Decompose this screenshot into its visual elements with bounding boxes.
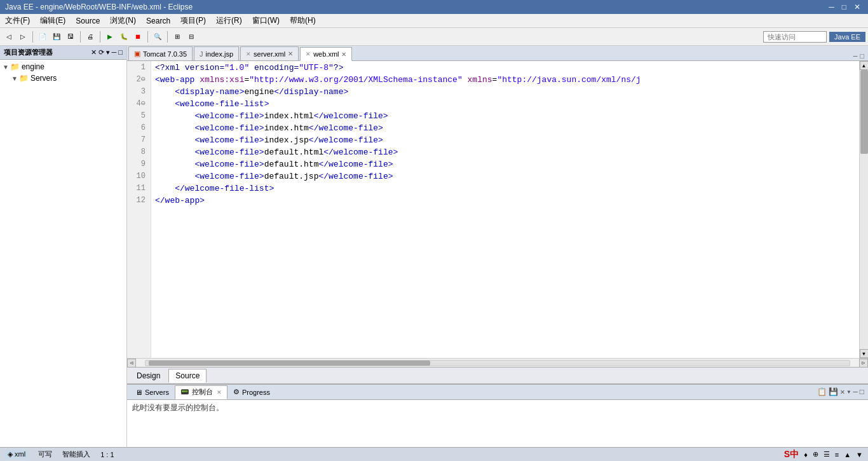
code-content[interactable]: <?xml version="1.0" encoding="UTF-8"?> <… xyxy=(151,61,859,358)
tree-item-engine[interactable]: ▼ 📁 engine xyxy=(0,61,126,72)
console-tab-servers[interactable]: 🖥 Servers xyxy=(130,385,175,399)
close-button[interactable]: ✕ xyxy=(851,3,863,11)
toolbar-search[interactable]: 🔍 xyxy=(151,31,164,43)
tab-index-jsp[interactable]: J index.jsp xyxy=(194,46,239,60)
line-num-4: 4⊖ xyxy=(130,98,146,110)
file-type-icon: ◈ xyxy=(8,450,13,458)
status-icon-2[interactable]: ⊕ xyxy=(813,450,818,458)
line-num-12: 12 xyxy=(130,195,146,207)
tab-web-xml[interactable]: ✕ web.xml ✕ xyxy=(300,47,352,61)
tree-item-servers[interactable]: ▼ 📁 Servers xyxy=(0,72,126,84)
console-copy-icon[interactable]: 📋 xyxy=(817,387,827,397)
tab-server-xml-close[interactable]: ✕ xyxy=(288,50,293,57)
toolbar-stop[interactable]: ⏹ xyxy=(132,31,144,43)
status-icon-5[interactable]: ▲ xyxy=(844,451,851,458)
scroll-right-button[interactable]: ▷ xyxy=(859,359,868,368)
line-num-11: 11 xyxy=(130,182,146,195)
scroll-thumb[interactable] xyxy=(860,70,868,154)
title-bar: Java EE - engine/WebRoot/WEB-INF/web.xml… xyxy=(0,0,868,14)
tab-server-xml-label: server.xml xyxy=(254,50,285,58)
menu-item-window[interactable]: 窗口(W) xyxy=(250,15,282,27)
code-line-6: <welcome-file>index.htm</welcome-file> xyxy=(155,122,859,134)
console-maximize-icon[interactable]: □ xyxy=(860,388,864,397)
editor-minimize-icon[interactable]: ─ xyxy=(853,53,858,60)
menu-item-help[interactable]: 帮助(H) xyxy=(287,15,318,27)
toolbar-forward[interactable]: ▷ xyxy=(17,31,29,43)
code-line-3: <display-name>engine</display-name> xyxy=(155,86,859,98)
maximize-button[interactable]: □ xyxy=(839,3,849,11)
scroll-track[interactable] xyxy=(860,70,869,349)
console-tab-console-label: 控制台 xyxy=(192,387,213,397)
menu-item-navigate[interactable]: 浏览(N) xyxy=(107,15,139,27)
menu-item-edit[interactable]: 编辑(E) xyxy=(37,15,68,27)
toolbar-print[interactable]: 🖨 xyxy=(84,31,97,43)
tab-tomcat[interactable]: ▣ Tomcat 7.0.35 xyxy=(128,46,193,60)
console-clear-icon[interactable]: ✕ xyxy=(840,387,844,397)
code-line-8: <welcome-file>default.html</welcome-file… xyxy=(155,146,859,158)
toolbar-new[interactable]: 📄 xyxy=(36,31,49,43)
h-scroll-thumb[interactable] xyxy=(149,361,430,366)
console-tab-bar: 🖥 Servers 📟 控制台 ✕ ⚙ Progress 📋 💾 ✕ ▾ xyxy=(127,385,868,400)
sidebar-minimize-icon[interactable]: ─ xyxy=(112,48,117,57)
console-tab-console[interactable]: 📟 控制台 ✕ xyxy=(175,385,227,399)
status-icon-3[interactable]: ☰ xyxy=(824,450,830,458)
sidebar-maximize-icon[interactable]: □ xyxy=(118,48,123,57)
toolbar-debug[interactable]: 🐛 xyxy=(118,31,130,43)
tab-web-xml-label: web.xml xyxy=(313,50,339,58)
console-save-icon[interactable]: 💾 xyxy=(829,387,838,397)
scroll-up-button[interactable]: ▲ xyxy=(860,61,869,70)
line-num-8: 8 xyxy=(130,146,146,158)
menu-item-search[interactable]: Search xyxy=(144,16,173,26)
console-tab-close[interactable]: ✕ xyxy=(217,389,222,396)
toolbar-run[interactable]: ▶ xyxy=(104,31,116,43)
status-icon-1[interactable]: ♦ xyxy=(804,451,808,458)
sidebar-menu-icon[interactable]: ▾ xyxy=(106,48,110,57)
window-controls[interactable]: ─ □ ✕ xyxy=(826,3,863,11)
toolbar-back[interactable]: ◁ xyxy=(3,31,15,43)
line-num-7: 7 xyxy=(130,134,146,146)
quick-access-input[interactable] xyxy=(763,31,827,43)
tree-label-engine: engine xyxy=(22,62,44,71)
line-num-10: 10 xyxy=(130,170,146,182)
vertical-scrollbar[interactable]: ▲ ▼ xyxy=(859,61,868,358)
toolbar-open-perspective[interactable]: ⊞ xyxy=(171,31,184,43)
code-line-5: <welcome-file>index.html</welcome-file> xyxy=(155,110,859,122)
status-icon-6[interactable]: ▼ xyxy=(856,451,863,458)
menu-item-source[interactable]: Source xyxy=(73,16,102,26)
minimize-button[interactable]: ─ xyxy=(826,3,837,11)
menu-item-file[interactable]: 文件(F) xyxy=(3,15,32,27)
bottom-tab-source[interactable]: Source xyxy=(168,369,207,383)
tab-server-xml[interactable]: ✕ server.xml ✕ xyxy=(240,46,299,60)
console-minimize-icon[interactable]: ─ xyxy=(853,388,858,397)
bottom-tab-design[interactable]: Design xyxy=(130,369,167,383)
status-icon-4[interactable]: ≡ xyxy=(835,451,839,458)
console-tab-progress[interactable]: ⚙ Progress xyxy=(227,385,276,399)
scroll-down-button[interactable]: ▼ xyxy=(860,349,869,358)
sidebar-sync-icon[interactable]: ⟳ xyxy=(98,48,104,57)
console-dropdown-icon[interactable]: ▾ xyxy=(846,387,851,397)
line-num-1: 1 xyxy=(130,62,146,74)
menu-item-run[interactable]: 运行(R) xyxy=(214,15,245,27)
status-insert-mode: 智能插入 xyxy=(62,450,90,459)
status-cursor: 1 : 1 xyxy=(100,451,114,458)
tab-server-xml-icon: ✕ xyxy=(246,51,251,57)
status-bar: ◈ xml 可写 智能插入 1 : 1 S中 ♦ ⊕ ☰ ≡ ▲ ▼ xyxy=(0,447,868,461)
tab-tomcat-label: Tomcat 7.0.35 xyxy=(143,50,187,58)
servers-icon: 🖥 xyxy=(135,389,142,396)
editor-maximize-icon[interactable]: □ xyxy=(860,53,864,60)
quick-access: Java EE xyxy=(763,31,865,43)
sidebar-close-icon[interactable]: ✕ xyxy=(91,48,97,57)
h-scroll-track[interactable] xyxy=(145,360,850,366)
toolbar-new-perspective[interactable]: ⊟ xyxy=(185,31,198,43)
console-tab-servers-label: Servers xyxy=(145,389,169,396)
editor-bottom-tabs: Design Source xyxy=(127,367,868,383)
tab-web-xml-close[interactable]: ✕ xyxy=(341,51,346,58)
code-editor[interactable]: 1 2⊖ 3 4⊖ 5 6 7 8 9 10 11 12 xyxy=(127,61,859,358)
toolbar-save-all[interactable]: 🖫 xyxy=(64,31,77,43)
sidebar-content: ▼ 📁 engine ▼ 📁 Servers xyxy=(0,60,126,447)
horizontal-scroll-area[interactable]: ◁ ▷ xyxy=(127,358,868,367)
menu-item-project[interactable]: 项目(P) xyxy=(178,15,208,27)
console-panel: 🖥 Servers 📟 控制台 ✕ ⚙ Progress 📋 💾 ✕ ▾ xyxy=(127,383,868,447)
toolbar-save[interactable]: 💾 xyxy=(50,31,63,43)
scroll-left-button[interactable]: ◁ xyxy=(127,359,136,368)
